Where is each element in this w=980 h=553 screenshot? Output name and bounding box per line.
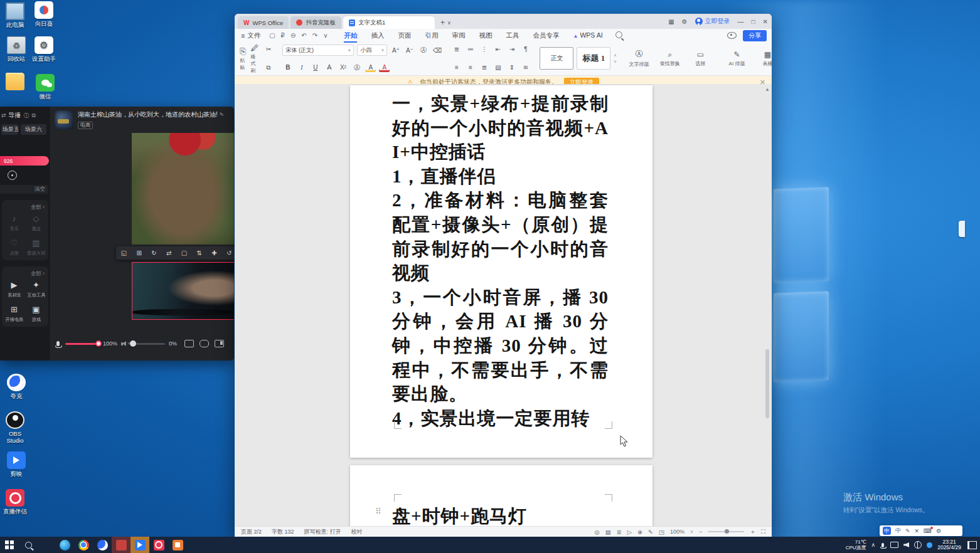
comment-icon[interactable] — [200, 340, 209, 347]
view-mode-icon[interactable]: ◳ — [659, 529, 664, 535]
document-paragraph[interactable]: 1，直播伴侣 — [392, 164, 609, 189]
alignment-button[interactable]: ⇕ — [506, 63, 517, 72]
view-mode-icon[interactable]: ▤ — [605, 529, 611, 535]
status-word-count[interactable]: 字数 132 — [272, 528, 294, 536]
desktop-icon-recycle-bin[interactable]: ♻ 回收站 — [1, 36, 31, 63]
crop-tool-icon[interactable]: ⊞ — [136, 250, 141, 256]
tray-speaker-icon[interactable] — [903, 542, 909, 547]
taskbar-chrome[interactable] — [74, 537, 93, 553]
view-mode-icon[interactable]: ≣ — [617, 529, 622, 535]
popout-icon[interactable]: ⧉ — [32, 112, 36, 119]
section-all-link[interactable]: 全部 › — [3, 269, 47, 280]
alignment-button[interactable]: ≋ — [520, 63, 531, 72]
list-indent-button[interactable]: ⇤ — [493, 45, 503, 54]
font-tool-button[interactable]: ⌫ — [432, 46, 442, 55]
font-style-button[interactable]: X² — [338, 63, 348, 72]
font-name-select[interactable]: 宋体 (正文)∨ — [282, 45, 354, 56]
desktop-icon-obs[interactable]: OBS Studio — [0, 411, 30, 444]
taskbar-quark[interactable] — [93, 537, 112, 553]
desktop-icon-this-pc[interactable]: 此电脑 — [0, 3, 30, 29]
tray-display-icon[interactable] — [890, 542, 898, 548]
ribbon-menu-item[interactable]: 引用 — [425, 31, 438, 40]
taskbar-orange-app[interactable] — [168, 537, 187, 553]
font-style-button[interactable]: B — [282, 63, 293, 72]
mic-volume-slider[interactable] — [65, 343, 99, 345]
ribbon-menu-item[interactable]: WPS AI — [573, 31, 602, 40]
style-normal[interactable]: 正文 — [540, 47, 573, 70]
crop-tool-icon[interactable]: ⇅ — [196, 250, 201, 256]
ime-tool-icon[interactable]: ✕ — [915, 528, 920, 534]
alignment-button[interactable]: ≡ — [465, 63, 476, 72]
login-entry[interactable]: 立即登录 — [695, 17, 730, 26]
crop-tool-icon[interactable]: ◱ — [121, 250, 127, 256]
toolbar-labeled-button[interactable]: ▭ 选择 — [687, 50, 715, 67]
toolbar-labeled-button[interactable]: ▦ 表格 — [754, 50, 772, 67]
info-icon[interactable]: ⓘ — [24, 112, 29, 120]
scroll-up-arrow[interactable]: ▲ — [764, 87, 770, 92]
ribbon-menu-item[interactable]: 视图 — [479, 31, 492, 40]
tray-expand-chevron[interactable]: ∧ — [871, 542, 876, 548]
document-page-2[interactable]: ⠿ 盘+时钟+跑马灯 — [350, 465, 652, 527]
quick-access-icon[interactable]: ▢ — [269, 32, 275, 39]
quick-access-icon[interactable]: ₽ — [281, 32, 285, 39]
live-status-bar[interactable]: 926 — [0, 156, 49, 166]
scene-tab-partial[interactable]: 场景五 — [1, 124, 18, 135]
crop-tool-icon[interactable]: ↻ — [151, 250, 156, 256]
zoom-level[interactable]: 100% — [670, 529, 684, 535]
stream-tool[interactable]: ▥ 数据大屏 — [25, 238, 47, 256]
desktop-icon-folder[interactable] — [0, 73, 30, 92]
zoom-in-button[interactable]: ＋ — [750, 528, 755, 536]
tab-document-active[interactable]: 文字文稿1 — [343, 16, 435, 29]
font-size-select[interactable]: 小四∨ — [357, 45, 387, 56]
document-paragraph[interactable]: 4，实景出境一定要用转 — [392, 406, 609, 431]
font-tool-button[interactable]: A⁻ — [404, 46, 415, 55]
notification-center-icon[interactable] — [967, 541, 977, 549]
taskbar-red-app-active[interactable] — [112, 537, 130, 553]
list-indent-button[interactable]: ⋮ — [479, 45, 489, 54]
preview-canvas[interactable]: ◱⊞↻⇄▢⇅✚↺ — [51, 132, 234, 328]
alignment-button[interactable]: ≣ — [479, 63, 489, 72]
share-button[interactable]: 分享 — [743, 30, 767, 41]
file-menu[interactable]: ≡ 文件 — [241, 31, 260, 40]
tab-document-2[interactable]: 抖音克隆板 — [290, 16, 341, 29]
screen-edge-handle[interactable] — [959, 221, 965, 237]
zoom-slider[interactable] — [708, 531, 744, 533]
document-paragraph[interactable]: 2，准备材料：电脑整套配置+摄像头+（原创）提前录制好的一个小时的音视频 — [392, 188, 609, 285]
video-source-top[interactable] — [132, 133, 234, 245]
tray-mic-icon[interactable] — [881, 543, 884, 547]
ime-tool-icon[interactable]: 中 — [895, 527, 901, 535]
alignment-button[interactable]: ▤ — [493, 63, 503, 72]
fit-page-icon[interactable]: ⛶ — [761, 528, 765, 535]
panel-icon[interactable] — [215, 340, 224, 347]
desktop-icon-wechat[interactable]: 微信 — [30, 74, 60, 101]
document-paragraph[interactable]: 盘+时钟+跑马灯 — [392, 504, 609, 527]
maximize-button[interactable]: □ — [752, 18, 755, 25]
font-style-button[interactable]: Ⓐ — [351, 63, 362, 72]
font-tool-button[interactable]: Ⓐ — [418, 46, 429, 55]
video-source-selected[interactable] — [132, 262, 234, 320]
desktop-icon-quark[interactable]: 夸克 — [1, 374, 31, 401]
eye-protect-icon[interactable] — [727, 32, 737, 39]
quick-access-icon[interactable]: ↷ — [312, 32, 317, 39]
copy-button[interactable]: ⧉ — [263, 63, 274, 72]
stream-tool[interactable]: ✦ 互动工具 — [25, 280, 47, 298]
format-painter-button[interactable]: 🖉 格式刷 — [250, 45, 258, 72]
desktop-icon-sunflower[interactable]: 向日葵 — [29, 1, 59, 28]
stream-tool[interactable]: ♪ 音乐 — [3, 214, 25, 232]
desktop-icon-jianying[interactable]: 剪映 — [1, 451, 31, 478]
toolbar-labeled-button[interactable]: ✎ AI 排版 — [723, 50, 751, 67]
ime-tool-icon[interactable]: ⌨ — [924, 528, 932, 534]
stream-tool[interactable]: ▶ 素材库 — [3, 280, 25, 298]
view-mode-icon[interactable]: ⊕ — [637, 529, 642, 535]
font-style-button[interactable]: U — [310, 63, 321, 72]
stream-tool[interactable]: ♡ 点赞 — [3, 238, 25, 256]
quick-access-icon[interactable]: ∨ — [323, 32, 328, 39]
font-style-button[interactable]: I — [296, 63, 307, 72]
stream-cover-thumbnail[interactable] — [55, 110, 73, 129]
status-spellcheck[interactable]: 拼写检查: 打开 — [304, 528, 341, 536]
director-label[interactable]: 导播 — [9, 111, 21, 120]
font-style-button[interactable]: A — [379, 63, 390, 72]
crop-tool-icon[interactable]: ⇄ — [166, 250, 171, 256]
style-heading1[interactable]: 标题 1 — [577, 47, 610, 70]
view-mode-icon[interactable]: ▷ — [627, 529, 632, 535]
